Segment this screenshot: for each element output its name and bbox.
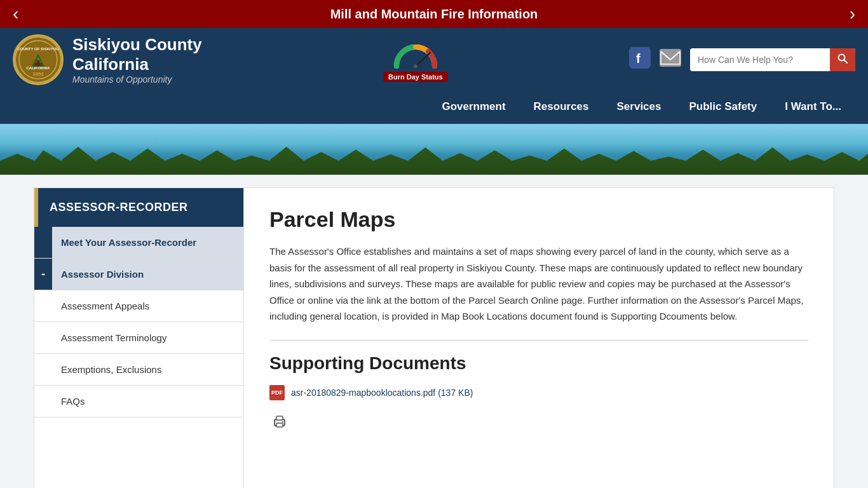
svg-text:COUNTY OF SISKIYOU: COUNTY OF SISKIYOU bbox=[17, 47, 59, 51]
supporting-docs-title: Supporting Documents bbox=[269, 353, 808, 374]
sub-indent-2 bbox=[34, 322, 52, 353]
meet-assessor-indicator[interactable] bbox=[34, 227, 52, 258]
site-title: Siskiyou CountyCalifornia Mountains of O… bbox=[72, 35, 202, 85]
main-nav: Government Resources Services Public Saf… bbox=[0, 92, 868, 124]
sidebar-sub-item-exemptions: Exemptions, Exclusions bbox=[34, 354, 243, 386]
sidebar-sub-item-assessment-appeals: Assessment Appeals bbox=[34, 290, 243, 322]
sub-indent-3 bbox=[34, 354, 52, 385]
svg-text:f: f bbox=[636, 51, 641, 65]
nav-item-resources[interactable]: Resources bbox=[520, 92, 603, 124]
sidebar-item-meet-assessor: Meet Your Assessor-Recorder bbox=[34, 227, 243, 259]
alert-banner: ‹ Mill and Mountain Fire Information › bbox=[0, 0, 868, 28]
svg-rect-22 bbox=[276, 423, 283, 427]
nav-item-government[interactable]: Government bbox=[428, 92, 519, 124]
sub-indent-4 bbox=[34, 386, 52, 417]
assessment-terminology-label[interactable]: Assessment Terminology bbox=[52, 322, 243, 353]
logo-area[interactable]: COUNTY OF SISKIYOU CALIFORNIA 1852 Siski… bbox=[13, 34, 202, 85]
main-content: Parcel Maps The Assessor's Office establ… bbox=[244, 188, 834, 488]
page-content: ASSESSOR-RECORDER Meet Your Assessor-Rec… bbox=[0, 175, 868, 488]
print-icon bbox=[272, 414, 287, 430]
assessor-division-label[interactable]: Assessor Division bbox=[52, 259, 243, 290]
doc-filename: asr-20180829-mapbooklocations.pdf (137 K… bbox=[291, 388, 473, 398]
svg-text:1852: 1852 bbox=[32, 71, 44, 77]
page-title: Parcel Maps bbox=[269, 207, 808, 232]
search-bar bbox=[690, 48, 855, 71]
search-icon bbox=[837, 53, 848, 64]
county-seal: COUNTY OF SISKIYOU CALIFORNIA 1852 bbox=[13, 34, 64, 85]
header-right: f bbox=[629, 47, 855, 72]
content-divider bbox=[269, 340, 808, 341]
alert-prev-button[interactable]: ‹ bbox=[6, 4, 25, 24]
site-header: COUNTY OF SISKIYOU CALIFORNIA 1852 Siski… bbox=[0, 28, 868, 92]
search-input[interactable] bbox=[690, 50, 830, 70]
print-button[interactable] bbox=[272, 414, 287, 433]
search-button[interactable] bbox=[830, 48, 855, 71]
sidebar-item-assessor-division: - Assessor Division bbox=[34, 259, 243, 290]
alert-text: Mill and Mountain Fire Information bbox=[25, 7, 843, 22]
alert-next-button[interactable]: › bbox=[843, 4, 862, 24]
svg-point-24 bbox=[282, 421, 283, 423]
content-wrapper: ASSESSOR-RECORDER Meet Your Assessor-Rec… bbox=[34, 187, 834, 488]
nav-item-services[interactable]: Services bbox=[603, 92, 675, 124]
burn-day-widget[interactable]: Burn Day Status bbox=[383, 37, 448, 82]
nav-item-public-safety[interactable]: Public Safety bbox=[675, 92, 771, 124]
sub-indent bbox=[34, 290, 52, 322]
burn-gauge-icon bbox=[393, 37, 438, 69]
svg-point-12 bbox=[414, 64, 417, 68]
exemptions-label[interactable]: Exemptions, Exclusions bbox=[52, 354, 243, 385]
burn-day-label: Burn Day Status bbox=[383, 72, 448, 82]
pdf-icon: PDF bbox=[269, 385, 285, 400]
svg-rect-23 bbox=[276, 416, 283, 420]
facebook-link[interactable]: f bbox=[629, 47, 651, 72]
email-link[interactable] bbox=[660, 49, 681, 71]
tagline: Mountains of Opportunity bbox=[72, 74, 202, 85]
sidebar-header: ASSESSOR-RECORDER bbox=[34, 188, 243, 227]
nav-item-i-want-to[interactable]: I Want To... bbox=[771, 92, 855, 124]
sidebar: ASSESSOR-RECORDER Meet Your Assessor-Rec… bbox=[34, 188, 244, 488]
svg-line-11 bbox=[416, 53, 430, 66]
header-center: Burn Day Status bbox=[215, 37, 616, 82]
meet-assessor-label[interactable]: Meet Your Assessor-Recorder bbox=[52, 227, 243, 258]
svg-line-20 bbox=[844, 60, 848, 64]
svg-point-8 bbox=[36, 60, 37, 62]
pdf-doc-link[interactable]: PDF asr-20180829-mapbooklocations.pdf (1… bbox=[269, 385, 808, 400]
page-description: The Assessor's Office establishes and ma… bbox=[269, 243, 808, 325]
faqs-label[interactable]: FAQs bbox=[52, 386, 243, 417]
svg-point-9 bbox=[39, 60, 40, 62]
sidebar-sub-item-faqs: FAQs bbox=[34, 386, 243, 417]
forest-silhouette bbox=[0, 140, 868, 175]
hero-strip bbox=[0, 124, 868, 175]
assessor-division-indicator[interactable]: - bbox=[34, 259, 52, 290]
assessment-appeals-label[interactable]: Assessment Appeals bbox=[52, 290, 243, 322]
sidebar-sub-item-assessment-terminology: Assessment Terminology bbox=[34, 322, 243, 354]
